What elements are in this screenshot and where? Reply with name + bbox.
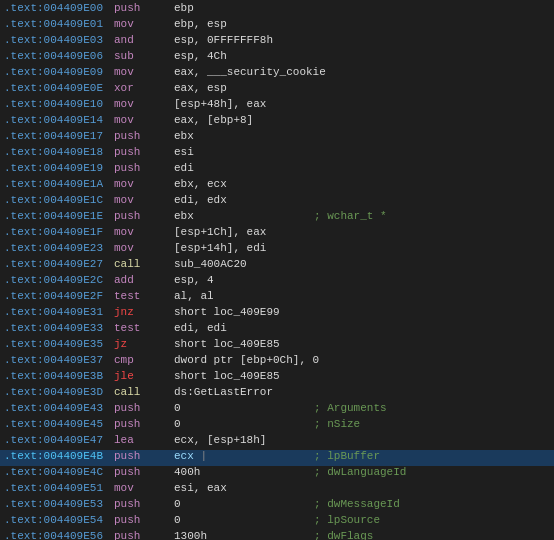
address: .text:004409E14: [4, 114, 114, 126]
mnemonic: push: [114, 162, 174, 174]
comment: ; dwLanguageId: [314, 466, 406, 478]
table-row[interactable]: .text:004409E4Bpushecx | ; lpBuffer: [0, 450, 554, 466]
operand: esp, 4Ch: [174, 50, 314, 62]
operand: ebx: [174, 210, 314, 222]
comment: ; Arguments: [314, 402, 387, 414]
operand: al, al: [174, 290, 314, 302]
table-row[interactable]: .text:004409E35jzshort loc_409E85: [0, 338, 554, 354]
mnemonic: mov: [114, 178, 174, 190]
table-row[interactable]: .text:004409E33testedi, edi: [0, 322, 554, 338]
mnemonic: mov: [114, 98, 174, 110]
address: .text:004409E31: [4, 306, 114, 318]
operand: ecx |: [174, 450, 314, 462]
table-row[interactable]: .text:004409E0Exoreax, esp: [0, 82, 554, 98]
table-row[interactable]: .text:004409E06subesp, 4Ch: [0, 50, 554, 66]
table-row[interactable]: .text:004409E1Epushebx; wchar_t *: [0, 210, 554, 226]
table-row[interactable]: .text:004409E03andesp, 0FFFFFFF8h: [0, 34, 554, 50]
mnemonic: mov: [114, 66, 174, 78]
mnemonic: sub: [114, 50, 174, 62]
address: .text:004409E3D: [4, 386, 114, 398]
address: .text:004409E10: [4, 98, 114, 110]
table-row[interactable]: .text:004409E18pushesi: [0, 146, 554, 162]
comment: ; lpSource: [314, 514, 380, 526]
table-row[interactable]: .text:004409E1Cmovedi, edx: [0, 194, 554, 210]
table-row[interactable]: .text:004409E51movesi, eax: [0, 482, 554, 498]
address: .text:004409E1E: [4, 210, 114, 222]
table-row[interactable]: .text:004409E43push0; Arguments: [0, 402, 554, 418]
table-row[interactable]: .text:004409E09moveax, ___security_cooki…: [0, 66, 554, 82]
table-row[interactable]: .text:004409E27callsub_400AC20: [0, 258, 554, 274]
mnemonic: call: [114, 386, 174, 398]
operand: [esp+48h], eax: [174, 98, 314, 110]
address: .text:004409E47: [4, 434, 114, 446]
table-row[interactable]: .text:004409E1Fmov[esp+1Ch], eax: [0, 226, 554, 242]
operand: ebx, ecx: [174, 178, 314, 190]
address: .text:004409E51: [4, 482, 114, 494]
address: .text:004409E0E: [4, 82, 114, 94]
address: .text:004409E54: [4, 514, 114, 526]
operand: edi, edi: [174, 322, 314, 334]
operand: short loc_409E85: [174, 370, 314, 382]
table-row[interactable]: .text:004409E31jnzshort loc_409E99: [0, 306, 554, 322]
table-row[interactable]: .text:004409E17pushebx: [0, 130, 554, 146]
address: .text:004409E4C: [4, 466, 114, 478]
address: .text:004409E4B: [4, 450, 114, 462]
table-row[interactable]: .text:004409E54push0; lpSource: [0, 514, 554, 530]
table-row[interactable]: .text:004409E45push0; nSize: [0, 418, 554, 434]
mnemonic: push: [114, 130, 174, 142]
operand: ecx, [esp+18h]: [174, 434, 314, 446]
comment: ; lpBuffer: [314, 450, 380, 462]
address: .text:004409E33: [4, 322, 114, 334]
table-row[interactable]: .text:004409E56push1300h; dwFlags: [0, 530, 554, 540]
mnemonic: push: [114, 498, 174, 510]
disassembly-view: .text:004409E00pushebp.text:004409E01mov…: [0, 0, 554, 540]
mnemonic: test: [114, 290, 174, 302]
address: .text:004409E1A: [4, 178, 114, 190]
table-row[interactable]: .text:004409E4Cpush400h; dwLanguageId: [0, 466, 554, 482]
mnemonic: call: [114, 258, 174, 270]
table-row[interactable]: .text:004409E2Ftestal, al: [0, 290, 554, 306]
mnemonic: cmp: [114, 354, 174, 366]
address: .text:004409E01: [4, 18, 114, 30]
address: .text:004409E2C: [4, 274, 114, 286]
operand: esi, eax: [174, 482, 314, 494]
address: .text:004409E06: [4, 50, 114, 62]
operand: dword ptr [ebp+0Ch], 0: [174, 354, 319, 366]
table-row[interactable]: .text:004409E2Caddesp, 4: [0, 274, 554, 290]
operand: 0: [174, 514, 314, 526]
table-row[interactable]: .text:004409E3Dcallds:GetLastError: [0, 386, 554, 402]
operand: 400h: [174, 466, 314, 478]
operand: esi: [174, 146, 314, 158]
address: .text:004409E53: [4, 498, 114, 510]
mnemonic: jnz: [114, 306, 174, 318]
table-row[interactable]: .text:004409E1Amovebx, ecx: [0, 178, 554, 194]
mnemonic: mov: [114, 226, 174, 238]
mnemonic: push: [114, 210, 174, 222]
table-row[interactable]: .text:004409E53push0; dwMessageId: [0, 498, 554, 514]
operand: ebp: [174, 2, 314, 14]
address: .text:004409E17: [4, 130, 114, 142]
mnemonic: add: [114, 274, 174, 286]
table-row[interactable]: .text:004409E14moveax, [ebp+8]: [0, 114, 554, 130]
address: .text:004409E37: [4, 354, 114, 366]
operand: 0: [174, 402, 314, 414]
address: .text:004409E1F: [4, 226, 114, 238]
table-row[interactable]: .text:004409E23mov[esp+14h], edi: [0, 242, 554, 258]
mnemonic: jz: [114, 338, 174, 350]
table-row[interactable]: .text:004409E3Bjleshort loc_409E85: [0, 370, 554, 386]
table-row[interactable]: .text:004409E47leaecx, [esp+18h]: [0, 434, 554, 450]
address: .text:004409E43: [4, 402, 114, 414]
table-row[interactable]: .text:004409E37cmpdword ptr [ebp+0Ch], 0: [0, 354, 554, 370]
address: .text:004409E45: [4, 418, 114, 430]
mnemonic: push: [114, 530, 174, 540]
table-row[interactable]: .text:004409E10mov[esp+48h], eax: [0, 98, 554, 114]
address: .text:004409E18: [4, 146, 114, 158]
address: .text:004409E35: [4, 338, 114, 350]
table-row[interactable]: .text:004409E00pushebp: [0, 2, 554, 18]
operand: eax, [ebp+8]: [174, 114, 314, 126]
operand: [esp+1Ch], eax: [174, 226, 314, 238]
table-row[interactable]: .text:004409E01movebp, esp: [0, 18, 554, 34]
address: .text:004409E19: [4, 162, 114, 174]
address: .text:004409E09: [4, 66, 114, 78]
table-row[interactable]: .text:004409E19pushedi: [0, 162, 554, 178]
